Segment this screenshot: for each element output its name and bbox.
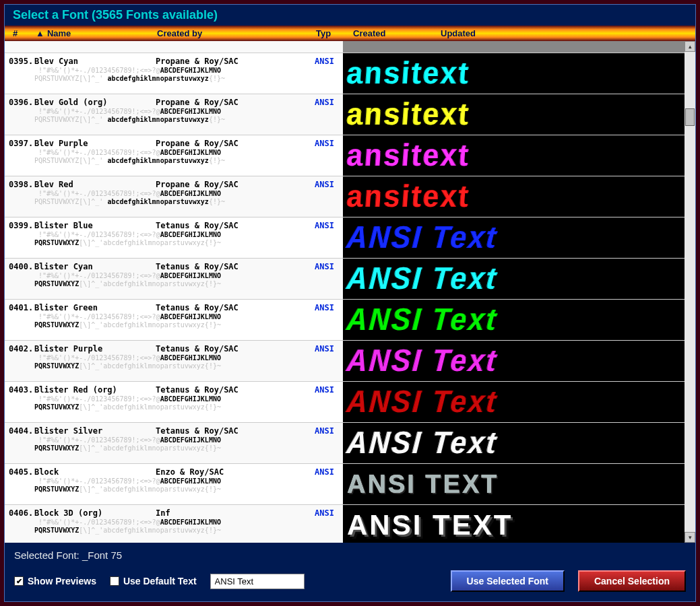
- header-created[interactable]: Created: [353, 28, 441, 38]
- font-preview: ANSI Text: [343, 259, 685, 299]
- font-type: ANSI: [315, 426, 334, 436]
- font-name: Blev Gold (org): [34, 98, 156, 108]
- vertical-scrollbar[interactable]: ▴ ▾: [685, 41, 695, 543]
- font-name: Blister Cyan: [34, 262, 156, 272]
- font-creator: Enzo & Roy/SAC: [156, 467, 290, 477]
- font-preview: ANSI Text: [343, 341, 685, 381]
- font-number: 0396.: [9, 98, 34, 108]
- font-number: 0406.: [9, 508, 34, 518]
- table-row[interactable]: 0397.Blev PurplePropane & Roy/SACANSI !"…: [5, 135, 685, 176]
- font-type: ANSI: [315, 57, 334, 67]
- header-created-by[interactable]: Created by: [157, 28, 316, 38]
- font-creator: Tetanus & Roy/SAC: [156, 385, 290, 395]
- header-type[interactable]: Typ: [316, 28, 353, 38]
- scroll-thumb[interactable]: [685, 108, 695, 126]
- selected-font-label: Selected Font: _Font 75: [14, 549, 686, 561]
- table-row[interactable]: 0401.Blister GreenTetanus & Roy/SACANSI …: [5, 300, 685, 341]
- font-number: 0400.: [9, 262, 34, 272]
- font-preview: ansitext: [343, 176, 685, 217]
- use-default-text-checkbox[interactable]: Use Default Text: [110, 576, 197, 586]
- font-name: Blev Cyan: [34, 57, 156, 67]
- font-number: 0398.: [9, 180, 34, 190]
- cancel-selection-button[interactable]: Cancel Selection: [578, 570, 686, 592]
- scroll-down-button[interactable]: ▾: [685, 532, 695, 543]
- font-type: ANSI: [315, 98, 334, 108]
- font-number: 0401.: [9, 303, 34, 313]
- font-type: ANSI: [315, 262, 334, 272]
- table-row[interactable]: 0406.Block 3D (org)InfANSI !"#%&'()*+-./…: [5, 505, 685, 543]
- font-preview: ANSI TEXT: [343, 505, 685, 543]
- font-name: Block 3D (org): [34, 508, 156, 518]
- font-creator: Tetanus & Roy/SAC: [156, 426, 290, 436]
- font-creator: Tetanus & Roy/SAC: [156, 262, 290, 272]
- font-name: Blister Blue: [34, 221, 156, 231]
- table-row[interactable]: 0402.Blister PurpleTetanus & Roy/SACANSI…: [5, 341, 685, 382]
- font-list-scroll[interactable]: 0395.Blev CyanPropane & Roy/SACANSI !"#%…: [5, 41, 685, 543]
- font-list: 0395.Blev CyanPropane & Roy/SACANSI !"#%…: [5, 41, 695, 543]
- font-name: Blister Green: [34, 303, 156, 313]
- font-name: Block: [34, 467, 156, 477]
- font-type: ANSI: [315, 180, 334, 190]
- header-number[interactable]: #: [5, 28, 36, 38]
- font-creator: Tetanus & Roy/SAC: [156, 221, 290, 231]
- preview-text-input[interactable]: [210, 574, 305, 589]
- font-type: ANSI: [315, 139, 334, 149]
- table-row[interactable]: 0399.Blister BlueTetanus & Roy/SACANSI !…: [5, 217, 685, 259]
- checkbox-icon: [110, 576, 119, 586]
- font-creator: Tetanus & Roy/SAC: [156, 303, 290, 313]
- font-number: 0405.: [9, 467, 34, 477]
- table-row[interactable]: 0405.BlockEnzo & Roy/SACANSI !"#%&'()*+-…: [5, 464, 685, 505]
- font-creator: Inf: [156, 508, 290, 518]
- header-name[interactable]: ▲Name: [36, 28, 157, 38]
- font-name: Blev Red: [34, 180, 156, 190]
- font-name: Blister Silver: [34, 426, 156, 436]
- font-preview: ANSI Text: [343, 217, 685, 258]
- font-number: 0402.: [9, 344, 34, 354]
- font-type: ANSI: [315, 467, 334, 477]
- font-type: ANSI: [315, 221, 334, 231]
- table-row[interactable]: 0395.Blev CyanPropane & Roy/SACANSI !"#%…: [5, 53, 685, 94]
- table-row-partial[interactable]: [5, 41, 685, 53]
- sort-ascending-icon: ▲: [36, 28, 44, 38]
- table-row[interactable]: 0398.Blev RedPropane & Roy/SACANSI !"#%&…: [5, 176, 685, 217]
- font-preview: ANSI Text: [343, 423, 685, 463]
- font-type: ANSI: [315, 385, 334, 395]
- font-creator: Propane & Roy/SAC: [156, 180, 290, 190]
- table-row[interactable]: 0404.Blister SilverTetanus & Roy/SACANSI…: [5, 423, 685, 464]
- use-selected-font-button[interactable]: Use Selected Font: [451, 570, 565, 592]
- font-number: 0395.: [9, 57, 34, 67]
- checkbox-icon: ✔: [14, 576, 24, 586]
- font-preview: ANSI Text: [343, 382, 685, 422]
- font-creator: Tetanus & Roy/SAC: [156, 344, 290, 354]
- font-name: Blev Purple: [34, 139, 156, 149]
- dialog-footer: Selected Font: _Font 75 ✔ Show Previews …: [5, 543, 695, 601]
- column-headers: # ▲Name Created by Typ Created Updated: [5, 26, 695, 41]
- font-number: 0399.: [9, 221, 34, 231]
- font-type: ANSI: [315, 344, 334, 354]
- scroll-up-button[interactable]: ▴: [685, 41, 695, 52]
- font-preview: ANSI Text: [343, 300, 685, 340]
- font-number: 0397.: [9, 139, 34, 149]
- font-preview: ansitext: [343, 94, 685, 135]
- font-number: 0403.: [9, 385, 34, 395]
- font-creator: Propane & Roy/SAC: [156, 57, 290, 67]
- header-updated[interactable]: Updated: [441, 28, 695, 38]
- font-creator: Propane & Roy/SAC: [156, 98, 290, 108]
- font-preview: ansitext: [343, 135, 685, 176]
- table-row[interactable]: 0403.Blister Red (org)Tetanus & Roy/SACA…: [5, 382, 685, 423]
- font-selector-window: Select a Font (3565 Fonts available) # ▲…: [4, 4, 696, 602]
- window-title: Select a Font (3565 Fonts available): [5, 5, 695, 26]
- table-row[interactable]: 0396.Blev Gold (org)Propane & Roy/SACANS…: [5, 94, 685, 135]
- font-preview: ANSI TEXT: [343, 464, 685, 504]
- table-row[interactable]: 0400.Blister CyanTetanus & Roy/SACANSI !…: [5, 259, 685, 300]
- font-preview: ansitext: [343, 53, 685, 94]
- font-type: ANSI: [315, 303, 334, 313]
- font-name: Blister Purple: [34, 344, 156, 354]
- show-previews-checkbox[interactable]: ✔ Show Previews: [14, 576, 96, 586]
- font-type: ANSI: [315, 508, 334, 518]
- font-name: Blister Red (org): [34, 385, 156, 395]
- font-creator: Propane & Roy/SAC: [156, 139, 290, 149]
- font-number: 0404.: [9, 426, 34, 436]
